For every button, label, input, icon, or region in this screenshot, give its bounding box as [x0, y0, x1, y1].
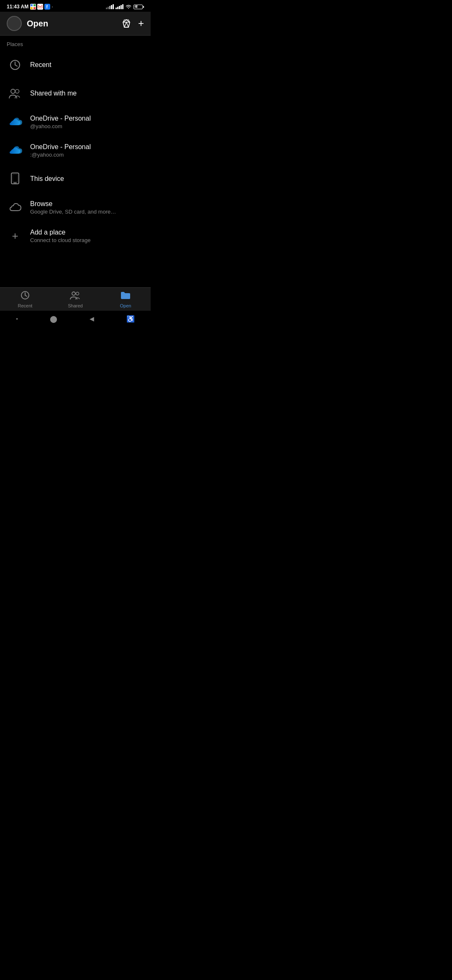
- shared-icon: [7, 85, 23, 102]
- nav-open-icon: [120, 291, 131, 302]
- place-item-onedrive1[interactable]: OneDrive - Personal @yahoo.com: [0, 108, 151, 136]
- recent-icon: [7, 57, 23, 73]
- google-workspace-icon: [30, 4, 36, 10]
- system-nav: ▪ ⬤ ◀ ♿: [0, 311, 151, 327]
- browse-icon: [7, 199, 23, 216]
- svg-rect-3: [31, 7, 33, 9]
- facebook-icon: f: [44, 4, 50, 10]
- device-text: This device: [30, 175, 144, 183]
- browse-subtitle: Google Drive, SD card, and more…: [30, 209, 144, 215]
- svg-rect-4: [33, 7, 36, 9]
- place-item-add[interactable]: + Add a place Connect to cloud storage: [0, 222, 151, 250]
- recent-title: Recent: [30, 61, 144, 69]
- onedrive1-text: OneDrive - Personal @yahoo.com: [30, 115, 144, 129]
- header-actions: +: [121, 18, 144, 29]
- onedrive1-subtitle: @yahoo.com: [30, 123, 144, 129]
- svg-line-19: [25, 295, 27, 297]
- svg-rect-2: [33, 4, 36, 6]
- nav-item-shared[interactable]: Shared: [50, 291, 100, 308]
- shared-text: Shared with me: [30, 90, 144, 97]
- nav-shared-icon: [70, 291, 81, 302]
- place-item-browse[interactable]: Browse Google Drive, SD card, and more…: [0, 193, 151, 222]
- svg-marker-8: [123, 20, 130, 27]
- signal-bars-1: [106, 4, 114, 9]
- add-place-text: Add a place Connect to cloud storage: [30, 229, 144, 243]
- wifi-icon: [125, 4, 132, 9]
- bottom-nav: Recent Shared Open: [0, 287, 151, 311]
- browse-text: Browse Google Drive, SD card, and more…: [30, 200, 144, 215]
- onedrive2-subtitle: :@yahoo.com: [30, 152, 144, 158]
- svg-point-21: [76, 292, 79, 295]
- onedrive2-text: OneDrive - Personal :@yahoo.com: [30, 143, 144, 158]
- svg-point-20: [72, 292, 75, 295]
- place-item-onedrive2[interactable]: OneDrive - Personal :@yahoo.com: [0, 136, 151, 165]
- device-title: This device: [30, 175, 144, 183]
- place-item-recent[interactable]: Recent: [0, 51, 151, 79]
- svg-line-11: [15, 65, 17, 66]
- shared-title: Shared with me: [30, 90, 144, 97]
- sys-home-btn[interactable]: ⬤: [50, 315, 57, 323]
- device-icon: [7, 170, 23, 187]
- status-icons: 24: [106, 4, 144, 9]
- header: Open +: [0, 12, 151, 35]
- nav-shared-label: Shared: [68, 303, 82, 308]
- recent-text: Recent: [30, 61, 144, 69]
- sys-accessibility-btn[interactable]: ♿: [126, 315, 135, 323]
- onedrive1-icon: [7, 113, 23, 130]
- add-place-subtitle: Connect to cloud storage: [30, 237, 144, 243]
- places-label: Places: [0, 35, 151, 51]
- add-place-icon: +: [7, 227, 23, 244]
- browse-title: Browse: [30, 200, 144, 208]
- add-place-title: Add a place: [30, 229, 144, 236]
- premium-icon[interactable]: [121, 19, 131, 28]
- app-icons: f ·: [30, 4, 53, 10]
- notification-dot: ·: [51, 4, 53, 10]
- sys-square-btn[interactable]: ▪: [16, 316, 18, 322]
- nav-recent-label: Recent: [18, 303, 33, 308]
- svg-point-13: [15, 90, 19, 93]
- svg-point-12: [11, 89, 15, 93]
- nav-open-label: Open: [120, 303, 131, 308]
- nav-recent-icon: [21, 291, 30, 302]
- page-title: Open: [27, 19, 121, 28]
- status-time: 11:43 AM: [7, 4, 28, 10]
- signal-bars-2: [116, 4, 123, 9]
- gmail-icon: [37, 4, 43, 10]
- svg-rect-1: [31, 4, 33, 6]
- avatar[interactable]: [7, 16, 22, 31]
- sys-back-btn[interactable]: ◀: [90, 315, 94, 322]
- places-section: Places Recent Shared with me: [0, 35, 151, 287]
- add-button[interactable]: +: [138, 18, 144, 29]
- status-bar: 11:43 AM f ·: [0, 0, 151, 12]
- nav-item-recent[interactable]: Recent: [0, 291, 50, 308]
- place-item-shared[interactable]: Shared with me: [0, 79, 151, 108]
- nav-item-open[interactable]: Open: [100, 291, 151, 308]
- battery-icon: 24: [134, 5, 144, 9]
- onedrive2-icon: [7, 142, 23, 159]
- onedrive1-title: OneDrive - Personal: [30, 115, 144, 122]
- onedrive2-title: OneDrive - Personal: [30, 143, 144, 151]
- svg-rect-16: [13, 174, 18, 182]
- place-item-device[interactable]: This device: [0, 165, 151, 193]
